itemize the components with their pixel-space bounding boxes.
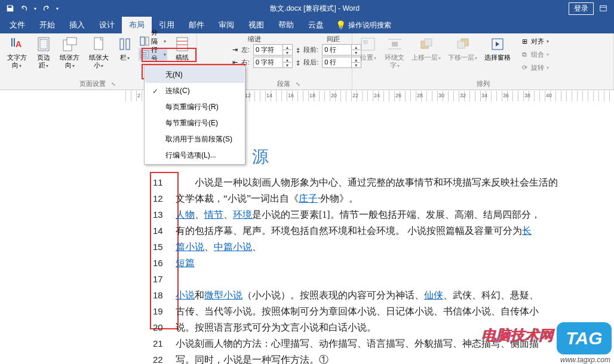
document-line[interactable]: 12文学体裁，“小说”一词出自《庄子·外物》。 [153,190,571,206]
tab-view[interactable]: 视图 [241,17,271,33]
vertical-ruler[interactable] [0,103,14,364]
line-text[interactable] [176,271,571,287]
line-number: 15 [153,239,176,255]
bring-forward-button[interactable]: 上移一层▾ [408,35,444,74]
line-numbers-dropdown: 无(N) ✓连续(C) 每页重编行号(R) 每节重编行号(E) 取消用于当前段落… [144,66,245,165]
tab-insert[interactable]: 插入 [62,17,92,33]
align-button[interactable]: ⊞对齐▾ [518,35,550,48]
ruler-tick: 12 [245,92,251,98]
login-button[interactable]: 登录 [569,2,594,15]
ruler-tick: 34 [481,92,487,98]
ruler-tick: 24 [374,92,380,98]
tab-help[interactable]: 帮助 [271,17,301,33]
line-text[interactable]: 说。按照语言形式可分为文言小说和白话小说。 [176,319,571,335]
document-line[interactable]: 14有的包括序幕、尾声。环境包括自然环境和社会环境。 小说按照篇幅及容量可分为长 [153,223,571,239]
line-text[interactable]: 人物、情节、环境是小说的三要素[1]。情节一般包括开端、发展、高潮、结局四部分， [176,206,571,223]
svg-text:A: A [16,39,22,49]
line-text[interactable]: 小说是一种以刻画人物形象为中心、通过完整的故事情节和环境描写来反映社会生活的 [176,174,571,190]
document-line[interactable]: 21小说刻画人物的方法：心理描写、动作描写、语言描写、外貌描写、神态描写、侧面描 [153,335,571,351]
tab-file[interactable]: 文件 [2,17,32,33]
document-grid-icon [173,36,192,53]
spacing-after-icon: ‡ [296,59,300,66]
qat-customize-icon[interactable]: ▾ [54,2,61,15]
dd-options[interactable]: 行编号选项(L)... [145,147,244,164]
rotate-icon: ⟳ [520,63,529,72]
line-text[interactable]: 小说刻画人物的方法：心理描写、动作描写、语言描写、外貌描写、神态描写、侧面描 [176,335,571,351]
indent-right-spinner[interactable]: ▲▼ [253,57,293,68]
breaks-icon [140,36,149,46]
tell-me[interactable]: 💡 操作说明搜索 [331,17,396,33]
tab-mailings[interactable]: 邮件 [182,17,211,33]
bulb-icon: 💡 [336,20,346,30]
document-line[interactable]: 22写。同时，小说是一种写作方法。① [153,351,571,364]
wrap-icon [385,36,404,53]
tab-layout[interactable]: 布局 [122,17,152,33]
ruler-tick: 28 [417,92,423,98]
line-number: 17 [153,271,176,287]
dd-restart-section[interactable]: 每节重编行号(E) [145,115,244,131]
ribbon-display-icon[interactable] [596,1,610,16]
tab-design[interactable]: 设计 [92,17,122,33]
line-number: 16 [153,255,176,271]
document-line[interactable]: 15篇小说、中篇小说、 [153,239,571,255]
page-setup-launcher[interactable]: ⤡ [109,81,118,88]
undo-more-icon[interactable]: ▾ [32,2,38,15]
tab-home[interactable]: 开始 [32,17,62,33]
indent-header: 缩进 [232,35,304,44]
ruler-tick: 30 [438,92,444,98]
line-text[interactable]: 古传、当代等小说。按照体制可分为章回体小说、日记体小说、书信体小说、自传体小 [176,303,571,319]
group-button[interactable]: ⧉组合▾ [518,48,550,61]
line-number: 19 [153,303,176,319]
svg-rect-22 [363,40,368,44]
margins-button[interactable]: 页边距▾ [31,35,55,70]
line-text[interactable]: 写。同时，小说是一种写作方法。① [176,351,571,364]
columns-button[interactable]: 栏▾ [113,35,137,70]
svg-rect-12 [146,37,149,45]
arrange-group-label: 排列 [355,78,611,90]
svg-rect-5 [40,39,47,49]
document-line[interactable]: 19古传、当代等小说。按照体制可分为章回体小说、日记体小说、书信体小说、自传体小 [153,303,571,319]
line-text[interactable]: 小说和微型小说（小小说）。按照表现的内容可分为神话、仙侠、武侠、科幻、悬疑、 [176,287,571,303]
redo-icon[interactable] [39,2,53,15]
wrap-text-button[interactable]: 环绕文 字▾ [381,35,408,74]
document-line[interactable]: 13人物、情节、环境是小说的三要素[1]。情节一般包括开端、发展、高潮、结局四部… [153,206,571,223]
svg-rect-29 [458,41,465,48]
line-text[interactable]: 文学体裁，“小说”一词出自《庄子·外物》。 [176,190,571,206]
document-line[interactable]: 18小说和微型小说（小小说）。按照表现的内容可分为神话、仙侠、武侠、科幻、悬疑、 [153,287,571,303]
dd-continuous[interactable]: ✓连续(C) [145,83,244,99]
paragraph-launcher[interactable]: ⤡ [294,81,302,88]
line-text[interactable]: 短篇 [176,255,571,271]
ruler-tick: 16 [288,92,294,98]
size-button[interactable]: 纸张大小▾ [84,35,113,70]
indent-left-spinner[interactable]: ▲▼ [253,44,293,55]
tab-cloud[interactable]: 云盘 [301,17,331,33]
svg-marker-31 [496,42,499,47]
dd-none[interactable]: 无(N) [145,67,244,83]
ruler-tick: 14 [266,92,272,98]
line-number: 20 [153,319,176,335]
svg-text:||: || [11,37,16,47]
svg-rect-0 [600,6,607,11]
line-text[interactable]: 篇小说、中篇小说、 [176,239,571,255]
document-line[interactable]: 11 小说是一种以刻画人物形象为中心、通过完整的故事情节和环境描写来反映社会生活… [153,174,571,190]
position-button[interactable]: 位置▾ [355,35,381,74]
document-line[interactable]: 20说。按照语言形式可分为文言小说和白话小说。 [153,319,571,335]
line-text[interactable]: 有的包括序幕、尾声。环境包括自然环境和社会环境。 小说按照篇幅及容量可分为长 [176,223,571,239]
line-number: 21 [153,335,176,351]
rotate-button[interactable]: ⟳旋转▾ [518,61,550,74]
document-line[interactable]: 17 [153,271,571,287]
text-direction-button[interactable]: ||A 文字方向▾ [2,35,31,70]
send-backward-button[interactable]: 下移一层▾ [444,35,481,74]
dd-suppress[interactable]: 取消用于当前段落(S) [145,131,244,147]
backward-icon [453,36,472,53]
tab-review[interactable]: 审阅 [211,17,241,33]
horizontal-ruler[interactable]: 246810121416182022242628303234363840 [0,91,614,101]
orientation-button[interactable]: 纸张方向▾ [56,35,84,70]
position-icon [358,36,377,53]
undo-icon[interactable] [18,2,31,15]
line-numbers-button[interactable]: 行号▾ [139,48,167,61]
document-line[interactable]: 16短篇 [153,255,571,271]
dd-restart-page[interactable]: 每页重编行号(R) [145,99,244,115]
save-icon[interactable] [4,2,17,15]
selection-pane-button[interactable]: 选择窗格 [481,35,514,74]
